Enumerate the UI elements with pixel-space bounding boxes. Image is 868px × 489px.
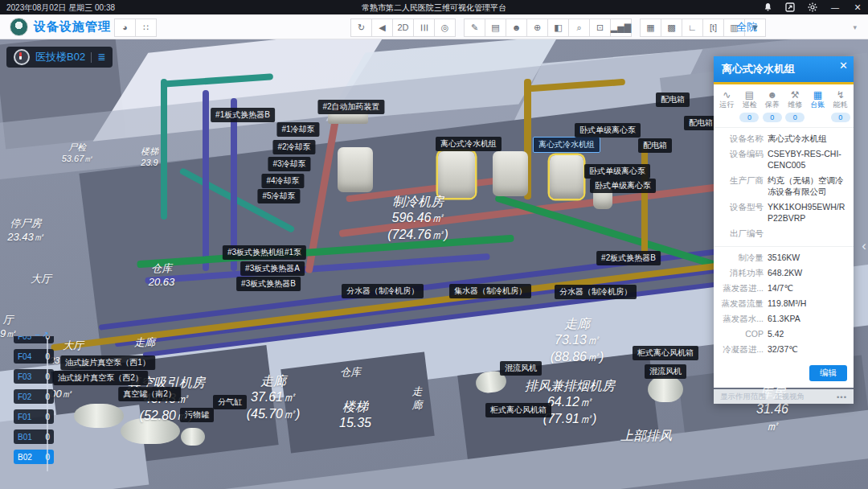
- footer-option[interactable]: 显示作用范围: [720, 392, 766, 402]
- minimize-icon[interactable]: —: [829, 2, 841, 13]
- equipment-label[interactable]: 分水器（制冷机房）: [342, 284, 424, 298]
- equipment-label[interactable]: 配电箱: [656, 92, 690, 107]
- equipment-label[interactable]: #3板式换热器B: [236, 277, 301, 291]
- bell-icon[interactable]: [762, 2, 773, 13]
- equipment-label[interactable]: 卧式单级离心泵: [590, 179, 656, 193]
- tool-finance-button[interactable]: ▩: [661, 18, 682, 37]
- equipment-label[interactable]: 配电箱: [684, 116, 718, 130]
- equipment-label[interactable]: 分水器（制冷机房）: [555, 285, 637, 299]
- collapse-panel-chevron[interactable]: ‹: [862, 238, 866, 254]
- chiller-model-selected: [550, 155, 583, 199]
- equipment-label[interactable]: 柜式离心风机箱: [633, 346, 698, 360]
- equipment-label[interactable]: #2自动加药装置: [317, 100, 384, 114]
- ledger-icon: ▦: [806, 89, 829, 101]
- close-icon[interactable]: ✕: [839, 60, 848, 72]
- edit-button[interactable]: 编辑: [809, 365, 847, 381]
- building-label: 医技楼B02: [35, 50, 85, 64]
- minimap-controls[interactable]: ‒ ↗: [35, 330, 49, 339]
- label-line: 走廊: [551, 316, 604, 332]
- equipment-label[interactable]: 油式旋片真空泵（西1）: [60, 355, 155, 370]
- label-line: #4冷却泵: [266, 175, 299, 187]
- tool-camera-button[interactable]: ◧: [547, 18, 569, 37]
- footer-option[interactable]: 正视视角: [774, 392, 805, 402]
- label-line: 混流风机: [649, 366, 682, 377]
- equipment-label[interactable]: 分气缸: [213, 395, 247, 409]
- scene-toolbar: ↻◀2D☰◎✎▤☻⊕◧⌕⊡▂▅▇▦▩∟[t]▥▼: [350, 18, 766, 37]
- tab-ledger[interactable]: ▦台账: [806, 89, 829, 124]
- room-label: 停尸房23.43㎡: [7, 217, 44, 244]
- tool-edit-box-button[interactable]: ⊡: [589, 18, 611, 37]
- equipment-label[interactable]: 污物罐: [180, 408, 214, 422]
- room-label: 大厅: [63, 339, 84, 353]
- equipment-label[interactable]: #4冷却泵: [261, 174, 304, 188]
- tab-repair[interactable]: ⚒维修0: [784, 89, 806, 124]
- floor-scrollbar[interactable]: [47, 338, 48, 471]
- equipment-label[interactable]: #3板式换热机组#1泵: [223, 245, 306, 260]
- equipment-label[interactable]: #1板式换热器B: [211, 108, 275, 122]
- pie-chart-button[interactable]: ◕: [114, 18, 136, 37]
- list-icon[interactable]: ≣: [97, 51, 105, 63]
- equipment-label-selected[interactable]: 离心式冷水机组: [533, 137, 600, 153]
- more-options-icon[interactable]: •••: [837, 392, 847, 401]
- equipment-label[interactable]: #2冷却泵: [272, 140, 315, 154]
- globe-icon: ⊕: [534, 23, 541, 32]
- equipment-label[interactable]: #3冷却泵: [268, 157, 310, 171]
- tool-stats-button[interactable]: ▂▅▇: [610, 18, 632, 37]
- tool-pipeline-button[interactable]: ∟: [682, 18, 703, 37]
- equipment-label[interactable]: 混流风机: [500, 361, 542, 376]
- badge-wrap: 0: [761, 112, 784, 124]
- module-title: 设备设施管理: [34, 19, 111, 35]
- tab-upkeep[interactable]: ☻保养0: [761, 89, 784, 124]
- tool-measure-button[interactable]: ✎: [464, 18, 485, 37]
- equipment-label[interactable]: 油式旋片真空泵（西2）: [53, 371, 148, 385]
- tool-table-button[interactable]: ▦: [640, 18, 661, 37]
- tab-inspection[interactable]: ▤巡检0: [738, 89, 760, 124]
- equipment-label[interactable]: 柜式离心风机箱: [485, 403, 551, 417]
- tool-visibility-button[interactable]: ◎: [434, 18, 456, 37]
- tool-select-arrow-button[interactable]: ◀: [371, 18, 393, 37]
- device-fields: 设备名称离心式冷水机组设备编码CSEYBY-RES-CHI-CENC005生产厂…: [714, 128, 854, 246]
- tool-globe-button[interactable]: ⊕: [526, 18, 548, 37]
- equipment-label[interactable]: #3板式换热器A: [240, 261, 305, 276]
- tool-mode-2d-button[interactable]: 2D: [392, 18, 414, 37]
- tab-label: 台账: [806, 101, 829, 109]
- equipment-label[interactable]: #1冷却泵: [276, 122, 319, 137]
- tool-reset-view-button[interactable]: ↻: [350, 18, 372, 37]
- badge-wrap: 0: [829, 112, 852, 124]
- equipment-label[interactable]: 真空罐（南2）: [118, 387, 181, 401]
- building-badge[interactable]: 医技楼B02 ≣: [6, 47, 113, 68]
- tool-layer-sliders-button[interactable]: ☰: [413, 18, 435, 37]
- equipment-label[interactable]: 离心式冷水机组: [436, 137, 502, 151]
- tool-tag-button[interactable]: [t]: [702, 18, 724, 37]
- tool-person-button[interactable]: ☻: [506, 18, 527, 37]
- floor-label: F04: [18, 352, 31, 361]
- label-line: 仓库: [149, 262, 175, 276]
- equipment-label[interactable]: #5冷却泵: [257, 189, 300, 203]
- equipment-label[interactable]: 混流风机: [645, 364, 686, 379]
- screenshot-icon[interactable]: [784, 2, 796, 13]
- field-label: COP: [719, 328, 768, 339]
- tab-label: 运行: [715, 101, 738, 109]
- floor-label: B02: [18, 453, 32, 462]
- tool-id-card-button[interactable]: ▤: [485, 18, 506, 37]
- equipment-label[interactable]: 卧式单级离心泵: [575, 123, 641, 138]
- field-value: 离心式冷水机组: [768, 133, 847, 144]
- scope-dropdown[interactable]: 全院 ▾: [736, 20, 857, 35]
- equipment-label[interactable]: 配电箱: [638, 138, 672, 153]
- equipment-label[interactable]: 集水器（制冷机房）: [449, 284, 531, 298]
- table-icon: ▦: [646, 23, 654, 32]
- tab-energy[interactable]: ↯能耗0: [829, 89, 852, 124]
- label-line: 走廊: [134, 336, 155, 350]
- field-label: 制冷量: [719, 252, 768, 263]
- tool-search-button[interactable]: ⌕: [568, 18, 590, 37]
- divider: [91, 52, 92, 63]
- grid-button[interactable]: ∷: [135, 18, 157, 37]
- field-label: 设备名称: [719, 133, 768, 144]
- equipment-label[interactable]: #2板式换热器B: [596, 251, 661, 265]
- settings-gear-icon[interactable]: [807, 2, 818, 13]
- label-line: 尸检: [62, 142, 93, 153]
- close-icon[interactable]: ×: [852, 2, 863, 13]
- tab-label: 保养: [761, 101, 784, 109]
- tab-run[interactable]: ∿运行: [715, 89, 738, 124]
- equipment-label[interactable]: 卧式单级离心泵: [584, 164, 650, 179]
